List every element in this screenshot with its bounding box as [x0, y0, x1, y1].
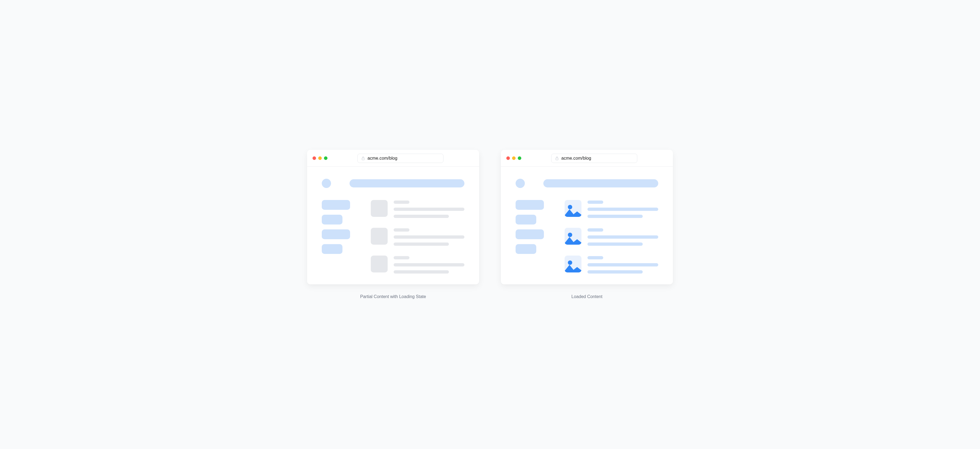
image-icon	[570, 267, 581, 272]
post-item	[565, 200, 658, 218]
sidebar-item	[515, 229, 544, 239]
skeleton-line	[394, 201, 409, 204]
skeleton-line	[394, 243, 449, 246]
feed-loaded	[565, 200, 658, 273]
panel-caption: Partial Content with Loading State	[360, 294, 426, 299]
sidebar-item	[515, 215, 536, 225]
minimize-icon[interactable]	[512, 157, 515, 160]
thumbnail-image	[565, 228, 581, 244]
post-item	[565, 228, 658, 246]
browser-window-loaded: acme.com/blog	[501, 150, 673, 284]
search-placeholder	[543, 179, 658, 187]
header-row	[322, 179, 465, 188]
text-line	[587, 263, 658, 267]
panel-loading-state: acme.com/blog	[307, 150, 479, 299]
text-line	[587, 215, 643, 218]
post-text	[587, 256, 658, 273]
text-line	[587, 270, 643, 273]
panel-caption: Loaded Content	[571, 294, 603, 299]
post-text	[587, 228, 658, 246]
traffic-lights	[312, 157, 328, 160]
post-skeleton	[371, 200, 465, 218]
page-content-loading	[307, 167, 479, 273]
text-line	[587, 208, 658, 211]
svg-rect-0	[362, 158, 364, 160]
traffic-lights	[506, 157, 521, 160]
browser-titlebar: acme.com/blog	[307, 150, 479, 167]
close-icon[interactable]	[506, 157, 510, 160]
address-bar[interactable]: acme.com/blog	[551, 153, 637, 163]
thumbnail-skeleton	[371, 228, 388, 244]
image-icon	[568, 260, 572, 265]
post-item	[565, 256, 658, 273]
image-icon	[568, 205, 572, 209]
text-skeleton	[394, 200, 465, 218]
sidebar-item	[322, 215, 342, 225]
text-skeleton	[394, 256, 465, 273]
comparison-canvas: acme.com/blog	[296, 128, 684, 321]
sidebar	[322, 200, 350, 273]
text-line	[587, 201, 603, 204]
panel-loaded-state: acme.com/blog	[501, 150, 673, 299]
avatar-placeholder	[515, 179, 525, 188]
post-text	[587, 200, 658, 218]
image-icon	[568, 233, 572, 237]
skeleton-line	[394, 256, 409, 259]
skeleton-line	[394, 235, 465, 239]
skeleton-line	[394, 270, 449, 273]
page-content-loaded	[501, 167, 673, 273]
thumbnail-image	[565, 256, 581, 272]
browser-window-loading: acme.com/blog	[307, 150, 479, 284]
thumbnail-image	[565, 200, 581, 217]
sidebar-item	[515, 244, 536, 254]
sidebar-item	[322, 200, 350, 210]
text-line	[587, 256, 603, 259]
maximize-icon[interactable]	[324, 157, 328, 160]
minimize-icon[interactable]	[318, 157, 322, 160]
post-skeleton	[371, 256, 465, 273]
header-row	[515, 179, 658, 188]
skeleton-line	[394, 215, 449, 218]
skeleton-line	[394, 263, 465, 267]
text-skeleton	[394, 228, 465, 246]
close-icon[interactable]	[312, 157, 316, 160]
avatar-placeholder	[322, 179, 331, 188]
sidebar-item	[322, 244, 342, 254]
image-icon	[570, 211, 581, 217]
text-line	[587, 235, 658, 239]
address-url: acme.com/blog	[368, 156, 398, 161]
thumbnail-skeleton	[371, 200, 388, 217]
image-icon	[570, 239, 581, 244]
address-url: acme.com/blog	[561, 156, 591, 161]
feed-skeleton	[371, 200, 465, 273]
lock-icon	[555, 157, 558, 160]
address-bar[interactable]: acme.com/blog	[358, 153, 444, 163]
text-line	[587, 228, 603, 232]
skeleton-line	[394, 228, 409, 232]
search-placeholder	[350, 179, 465, 187]
browser-titlebar: acme.com/blog	[501, 150, 673, 167]
skeleton-line	[394, 208, 465, 211]
sidebar-item	[515, 200, 544, 210]
thumbnail-skeleton	[371, 256, 388, 272]
maximize-icon[interactable]	[518, 157, 521, 160]
body-row	[322, 200, 465, 273]
lock-icon	[361, 157, 365, 160]
post-skeleton	[371, 228, 465, 246]
text-line	[587, 243, 643, 246]
body-row	[515, 200, 658, 273]
svg-rect-1	[556, 158, 558, 160]
sidebar	[515, 200, 544, 273]
sidebar-item	[322, 229, 350, 239]
